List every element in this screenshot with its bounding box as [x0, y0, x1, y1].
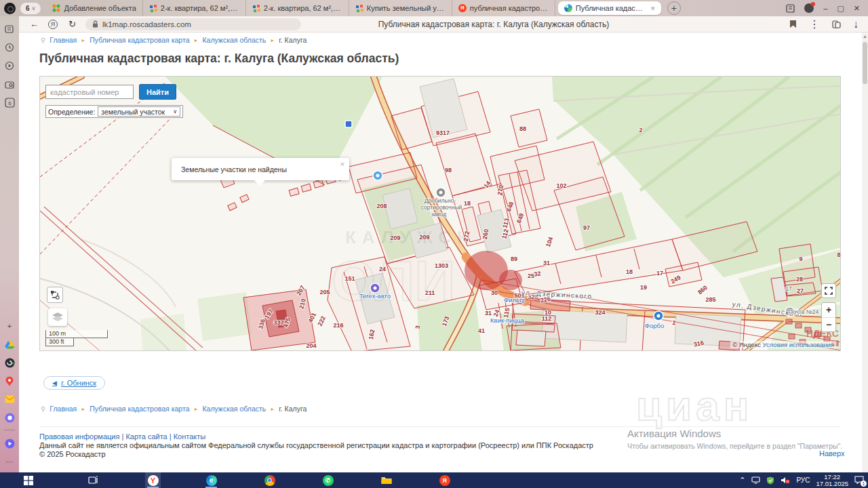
zoom-in-button[interactable]: +: [822, 303, 835, 318]
lock-icon: [92, 20, 98, 28]
yandex-disk-icon[interactable]: [4, 412, 15, 423]
cadastral-number-input[interactable]: [45, 85, 134, 99]
zoom-control: + −: [821, 302, 836, 332]
map-label: 18: [464, 200, 471, 207]
new-tab-button[interactable]: +: [667, 1, 681, 15]
yandex-maps-icon[interactable]: [4, 375, 15, 386]
breadcrumb-home[interactable]: Главная: [50, 36, 77, 44]
svg-text:6: 6: [8, 100, 12, 106]
tab-cadastral-search[interactable]: Я публичная кадастровая к: [452, 0, 555, 16]
breadcrumb-region[interactable]: Калужская область: [202, 36, 266, 44]
map-label: 32: [534, 270, 541, 277]
history-icon[interactable]: [4, 42, 15, 53]
breadcrumb-map[interactable]: Публичная кадастровая карта: [90, 405, 189, 413]
taskbar-yandex-search[interactable]: Я: [437, 472, 452, 488]
tray-chevron-icon[interactable]: ⌃: [739, 476, 745, 485]
prev-city-button[interactable]: ◀ г. Обнинск: [43, 376, 105, 390]
legal-link[interactable]: Правовая информация: [39, 432, 119, 441]
tab-counter[interactable]: 6 ∨: [20, 3, 41, 14]
tab-close-icon[interactable]: ×: [650, 4, 654, 12]
taskbar-yandex-browser[interactable]: Y: [145, 472, 161, 488]
volume-muted-icon[interactable]: [781, 476, 790, 484]
attribution-text: © Яндекс: [732, 341, 761, 348]
scrollbar-thumb[interactable]: [863, 42, 867, 84]
bookmark-icon[interactable]: [789, 20, 797, 28]
breadcrumb-bottom: ⚲ Главная ► Публичная кадастровая карта …: [41, 405, 307, 413]
dark-app-icon[interactable]: [4, 357, 15, 368]
breadcrumb-region[interactable]: Калужская область: [202, 405, 266, 413]
play-icon[interactable]: [4, 60, 15, 71]
tab-cadastral-map-active[interactable]: Публичная кадастров ×: [558, 1, 661, 15]
minimize-button[interactable]: –: [823, 4, 827, 12]
browser-logo[interactable]: [4, 3, 16, 14]
back-to-top-link[interactable]: Наверх: [819, 449, 844, 458]
fullscreen-button[interactable]: [821, 283, 836, 298]
tab-title: Добавление объекта: [64, 4, 136, 12]
cian-watermark: циан: [636, 382, 753, 430]
measure-button[interactable]: [47, 287, 63, 303]
sitemap-link[interactable]: Карта сайта: [125, 432, 167, 441]
alice-assistant-icon[interactable]: [4, 438, 15, 449]
panels-icon[interactable]: [786, 4, 795, 13]
task-view-button[interactable]: [85, 472, 101, 488]
contacts-link[interactable]: Контакты: [174, 432, 206, 441]
back-button[interactable]: ←: [30, 19, 39, 29]
tab-buy-land[interactable]: Купить земельный участ: [349, 0, 452, 16]
road-sign-icon[interactable]: [345, 121, 352, 127]
address-bar[interactable]: lk1map.roscadasters.com: [85, 18, 301, 30]
menu-dots-icon[interactable]: ⋮: [809, 18, 820, 30]
tab-favicon-pkk-icon: [564, 4, 572, 12]
more-icon[interactable]: ⋯: [4, 456, 15, 467]
zoom-out-button[interactable]: −: [822, 318, 835, 332]
page-scrollbar[interactable]: ▲: [862, 33, 868, 472]
profile-avatar[interactable]: [804, 3, 814, 13]
layers-button[interactable]: [48, 308, 67, 326]
map-label: Фильтр: [504, 296, 526, 304]
sidebar-panels-icon[interactable]: [4, 24, 15, 35]
yandex-button[interactable]: Я: [48, 20, 58, 29]
terms-link[interactable]: Условия использования: [763, 341, 834, 348]
add-icon[interactable]: +: [4, 321, 15, 331]
map-label: сортировочный: [421, 204, 462, 211]
start-button[interactable]: [20, 472, 36, 488]
chevron-down-icon: ∨: [32, 5, 36, 12]
search-button[interactable]: Найти: [139, 84, 176, 100]
object-type-select[interactable]: земельный участок ∨: [98, 106, 180, 117]
tab-title: 2-к. квартира, 62 м², 1/9 з: [264, 4, 342, 12]
browser-toolbar: ← Я ↻ lk1map.roscadasters.com Публичная …: [19, 16, 868, 33]
tab-title: Публичная кадастров: [576, 4, 646, 12]
pin-icon: ⚲: [41, 37, 45, 44]
breadcrumb-map[interactable]: Публичная кадастровая карта: [90, 36, 189, 44]
forbo-icon-dot: [657, 314, 660, 318]
yandex-mail-icon[interactable]: [4, 394, 15, 405]
display-icon[interactable]: [751, 476, 760, 484]
footer-disclaimer: Данный сайт не является официальным сайт…: [39, 441, 593, 449]
tab-add-object[interactable]: Добавление объекта: [46, 0, 142, 16]
cadastral-map[interactable]: 9317882981029720820920913032415120520721…: [39, 76, 841, 351]
tooltip-text: Земельные участки не найдены: [181, 165, 287, 174]
close-button[interactable]: ✕: [854, 4, 860, 13]
tab-flat-2[interactable]: 2-к. квартира, 62 м², 1/9 з: [246, 0, 349, 16]
taskbar-clock[interactable]: 17:22 17.01.2025: [816, 474, 848, 487]
taskbar-whatsapp[interactable]: ✆: [320, 472, 336, 488]
reload-button[interactable]: ↻: [68, 19, 76, 29]
close-icon[interactable]: ×: [340, 160, 344, 168]
taskbar-chrome[interactable]: [262, 472, 277, 488]
download-icon[interactable]: ↓: [853, 18, 859, 30]
map-label: ОЛИ: [332, 249, 456, 312]
restore-button[interactable]: ▢: [837, 4, 844, 13]
taskbar-edge[interactable]: e: [203, 472, 219, 488]
tabs-count-badge[interactable]: 6: [4, 97, 15, 108]
breadcrumb-home[interactable]: Главная: [50, 405, 77, 413]
map-label: 285: [705, 296, 715, 303]
activation-subtitle: Чтобы активировать Windows, перейдите в …: [627, 442, 842, 450]
notification-center[interactable]: 1: [854, 476, 864, 485]
scroll-up-icon[interactable]: ▲: [863, 34, 867, 39]
defender-icon[interactable]: [766, 476, 774, 485]
google-drive-icon[interactable]: [4, 339, 15, 350]
collections-icon[interactable]: [832, 20, 841, 28]
language-indicator[interactable]: РУС: [796, 476, 810, 484]
screenshot-icon[interactable]: [4, 79, 15, 89]
tab-flat-1[interactable]: 2-к. квартира, 62 м², 1/9 з: [143, 0, 246, 16]
taskbar-explorer[interactable]: [378, 472, 394, 488]
